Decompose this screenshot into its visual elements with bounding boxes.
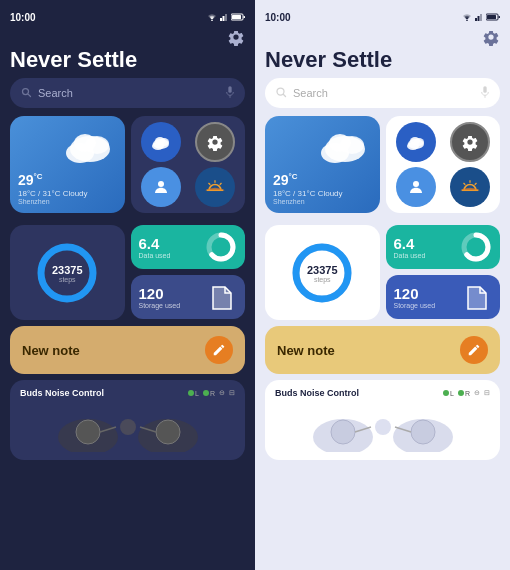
buds-drawing-dark [38,402,218,452]
wifi-icon-dark [207,13,217,21]
app-icon-sunset-light[interactable] [450,167,490,207]
data-used-widget-light[interactable]: 6.4 Data used [386,225,501,269]
status-icons-dark [207,13,245,21]
svg-point-0 [211,20,213,21]
note-text-dark: New note [22,343,80,358]
svg-point-16 [155,137,165,145]
weather-temp-dark: 29°C [18,172,117,188]
data-used-ring-light [460,231,492,263]
storage-icon-dark [205,281,237,313]
weather-range-light: 18°C / 31°C Cloudy [273,189,372,198]
battery-icon-light [486,13,500,21]
storage-num-dark: 120 [139,285,181,302]
right-col-dark: 6.4 Data used 120 Storage used [131,225,246,320]
note-edit-btn-light[interactable] [460,336,488,364]
svg-point-59 [375,419,391,435]
svg-rect-35 [499,16,501,18]
storage-widget-light[interactable]: 120 Storage used [386,275,501,319]
storage-icon-light [460,281,492,313]
steps-label-dark: steps [52,275,83,282]
note-widget-dark[interactable]: New note [10,326,245,374]
svg-rect-32 [478,16,480,21]
signal-icon-dark [220,13,228,21]
status-bar-light: 10:00 [265,8,500,26]
data-used-widget-dark[interactable]: 6.4 Data used [131,225,246,269]
steps-count-dark: 23375 [52,263,83,275]
weather-widget-light[interactable]: 29°C 18°C / 31°C Cloudy Shenzhen [265,116,380,213]
search-icon-dark [20,84,32,102]
steps-ring-light: 23375 steps [290,241,354,305]
search-bar-light[interactable] [265,78,500,108]
top-widget-grid-dark: 29°C 18°C / 31°C Cloudy Shenzhen [10,116,245,219]
panel-title-dark: Never Settle [10,48,245,72]
svg-rect-36 [487,15,496,19]
weather-widget-dark[interactable]: 29°C 18°C / 31°C Cloudy Shenzhen [10,116,125,213]
weather-cloud-light [310,121,375,166]
search-input-light[interactable] [293,87,480,99]
buds-header-light: Buds Noise Control L R ⊖ ⊟ [275,388,490,398]
buds-title-dark: Buds Noise Control [20,388,104,398]
app-icon-user-dark[interactable] [141,167,181,207]
weather-cloud-dark [55,121,120,166]
status-icons-light [462,13,500,21]
apps-widget-light [386,116,501,213]
svg-point-26 [156,420,180,444]
buds-widget-dark[interactable]: Buds Noise Control L R ⊖ ⊟ [10,380,245,460]
svg-rect-33 [480,14,482,21]
gear-icon-dark[interactable] [227,28,245,46]
app-icon-gear-light[interactable] [450,122,490,162]
light-phone-panel: 10:00 Never Settle [255,0,510,570]
app-icon-cloud-light[interactable] [396,122,436,162]
svg-rect-18 [205,191,225,195]
status-time-light: 10:00 [265,12,291,23]
svg-point-44 [329,134,351,152]
app-icon-user-light[interactable] [396,167,436,207]
svg-point-30 [466,20,468,21]
buds-title-light: Buds Noise Control [275,388,359,398]
panel-title-light: Never Settle [265,48,500,72]
steps-label-light: steps [307,275,338,282]
mic-icon-light[interactable] [480,84,490,102]
wifi-icon-light [462,13,472,21]
app-icon-sunset-dark[interactable] [195,167,235,207]
svg-point-27 [120,419,136,435]
gear-icon-light[interactable] [482,28,500,46]
steps-widget-dark[interactable]: 23375 steps [10,225,125,320]
search-input-dark[interactable] [38,87,225,99]
weather-city-dark: Shenzhen [18,198,117,205]
svg-point-48 [410,137,420,145]
note-edit-btn-dark[interactable] [205,336,233,364]
steps-ring-dark: 23375 steps [35,241,99,305]
buds-visual-dark [20,402,235,452]
steps-count-light: 23375 [307,263,338,275]
app-icon-gear-dark[interactable] [195,122,235,162]
mic-icon-dark[interactable] [225,84,235,102]
app-icon-cloud-dark[interactable] [141,122,181,162]
search-bar-dark[interactable] [10,78,245,108]
data-used-label-dark: Data used [139,252,171,259]
apps-widget-dark [131,116,246,213]
svg-point-49 [413,181,419,187]
note-widget-light[interactable]: New note [265,326,500,374]
signal-icon-light [475,13,483,21]
weather-city-light: Shenzhen [273,198,372,205]
svg-rect-2 [223,16,225,21]
steps-widget-light[interactable]: 23375 steps [265,225,380,320]
data-used-ring-dark [205,231,237,263]
right-col-light: 6.4 Data used 120 Storage used [386,225,501,320]
buds-widget-light[interactable]: Buds Noise Control L R ⊖ ⊟ [265,380,500,460]
steps-data-row-light: 23375 steps 6.4 Data used [265,225,500,320]
svg-rect-7 [228,86,231,93]
svg-rect-3 [225,14,227,21]
svg-rect-1 [220,18,222,21]
storage-widget-dark[interactable]: 120 Storage used [131,275,246,319]
data-used-num-light: 6.4 [394,235,426,252]
svg-rect-50 [460,191,480,195]
buds-drawing-light [293,402,473,452]
svg-point-58 [411,420,435,444]
weather-temp-light: 29°C [273,172,372,188]
data-used-label-light: Data used [394,252,426,259]
gear-row-dark [10,28,245,46]
svg-line-38 [283,94,285,96]
buds-header-dark: Buds Noise Control L R ⊖ ⊟ [20,388,235,398]
